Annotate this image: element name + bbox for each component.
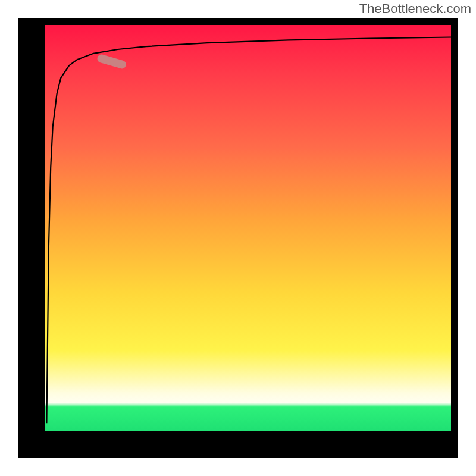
chart-container: TheBottleneck.com — [0, 0, 476, 476]
frame-top — [18, 18, 458, 25]
frame-bottom — [18, 431, 458, 458]
curve-layer — [45, 25, 451, 431]
attribution-label: TheBottleneck.com — [359, 1, 471, 17]
frame-right — [451, 18, 458, 458]
frame-left — [18, 18, 45, 458]
bottleneck-curve — [46, 37, 451, 424]
highlight-marker — [96, 54, 127, 70]
